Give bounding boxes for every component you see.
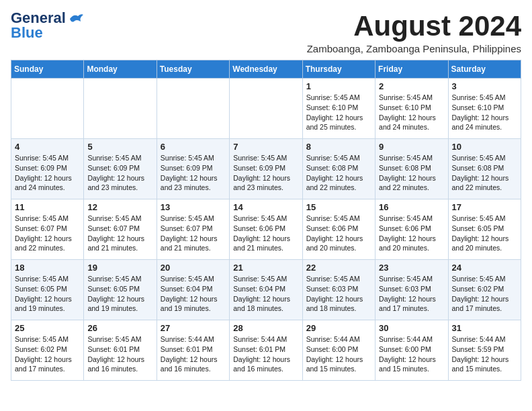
day-info: Sunrise: 5:45 AM Sunset: 6:03 PM Dayligh… bbox=[306, 274, 371, 314]
week-row-3: 11Sunrise: 5:45 AM Sunset: 6:07 PM Dayli… bbox=[11, 199, 521, 260]
day-info: Sunrise: 5:45 AM Sunset: 6:05 PM Dayligh… bbox=[87, 274, 152, 314]
day-info: Sunrise: 5:45 AM Sunset: 6:02 PM Dayligh… bbox=[15, 334, 80, 374]
day-number: 7 bbox=[233, 142, 298, 152]
day-number: 4 bbox=[15, 142, 80, 152]
day-info: Sunrise: 5:45 AM Sunset: 6:07 PM Dayligh… bbox=[161, 214, 226, 253]
week-row-4: 18Sunrise: 5:45 AM Sunset: 6:05 PM Dayli… bbox=[11, 260, 521, 320]
day-number: 9 bbox=[379, 142, 444, 152]
title-area: August 2024 Zamboanga, Zamboanga Peninsu… bbox=[307, 11, 521, 54]
day-number: 17 bbox=[452, 202, 517, 212]
weekday-monday: Monday bbox=[84, 60, 157, 79]
day-info: Sunrise: 5:44 AM Sunset: 5:59 PM Dayligh… bbox=[452, 334, 517, 374]
calendar-cell: 17Sunrise: 5:45 AM Sunset: 6:05 PM Dayli… bbox=[448, 199, 521, 260]
calendar-body: 1Sunrise: 5:45 AM Sunset: 6:10 PM Daylig… bbox=[11, 79, 521, 381]
day-number: 1 bbox=[306, 81, 371, 91]
calendar-cell: 12Sunrise: 5:45 AM Sunset: 6:07 PM Dayli… bbox=[84, 199, 157, 260]
day-info: Sunrise: 5:45 AM Sunset: 6:10 PM Dayligh… bbox=[306, 93, 371, 132]
day-info: Sunrise: 5:45 AM Sunset: 6:04 PM Dayligh… bbox=[233, 274, 298, 314]
day-info: Sunrise: 5:45 AM Sunset: 6:06 PM Dayligh… bbox=[306, 214, 371, 253]
day-info: Sunrise: 5:45 AM Sunset: 6:06 PM Dayligh… bbox=[233, 214, 298, 253]
day-info: Sunrise: 5:45 AM Sunset: 6:03 PM Dayligh… bbox=[379, 274, 444, 314]
day-info: Sunrise: 5:44 AM Sunset: 6:01 PM Dayligh… bbox=[233, 334, 298, 374]
day-info: Sunrise: 5:45 AM Sunset: 6:09 PM Dayligh… bbox=[15, 153, 80, 193]
day-info: Sunrise: 5:45 AM Sunset: 6:09 PM Dayligh… bbox=[161, 153, 226, 193]
day-info: Sunrise: 5:44 AM Sunset: 6:00 PM Dayligh… bbox=[306, 334, 371, 374]
calendar-cell: 7Sunrise: 5:45 AM Sunset: 6:09 PM Daylig… bbox=[230, 139, 302, 199]
day-number: 18 bbox=[15, 263, 80, 273]
day-number: 6 bbox=[161, 142, 226, 152]
logo-general: General bbox=[11, 11, 66, 26]
day-number: 15 bbox=[306, 202, 371, 212]
calendar-cell: 25Sunrise: 5:45 AM Sunset: 6:02 PM Dayli… bbox=[11, 320, 84, 381]
week-row-1: 1Sunrise: 5:45 AM Sunset: 6:10 PM Daylig… bbox=[11, 79, 521, 139]
day-number: 22 bbox=[306, 263, 371, 273]
weekday-thursday: Thursday bbox=[302, 60, 375, 79]
header: General Blue August 2024 Zamboanga, Zamb… bbox=[11, 11, 521, 54]
weekday-tuesday: Tuesday bbox=[157, 60, 229, 79]
logo: General Blue bbox=[11, 11, 83, 40]
day-info: Sunrise: 5:45 AM Sunset: 6:05 PM Dayligh… bbox=[15, 274, 80, 314]
day-number: 31 bbox=[452, 323, 517, 333]
calendar-cell: 20Sunrise: 5:45 AM Sunset: 6:04 PM Dayli… bbox=[157, 260, 229, 320]
day-number: 13 bbox=[161, 202, 226, 212]
day-number: 27 bbox=[161, 323, 226, 333]
day-info: Sunrise: 5:45 AM Sunset: 6:08 PM Dayligh… bbox=[306, 153, 371, 193]
day-number: 25 bbox=[15, 323, 80, 333]
day-number: 30 bbox=[379, 323, 444, 333]
day-info: Sunrise: 5:45 AM Sunset: 6:06 PM Dayligh… bbox=[379, 214, 444, 253]
weekday-header-row: SundayMondayTuesdayWednesdayThursdayFrid… bbox=[11, 60, 521, 79]
calendar-cell: 23Sunrise: 5:45 AM Sunset: 6:03 PM Dayli… bbox=[375, 260, 448, 320]
logo-blue: Blue bbox=[11, 26, 43, 40]
calendar-cell: 6Sunrise: 5:45 AM Sunset: 6:09 PM Daylig… bbox=[157, 139, 229, 199]
calendar-cell: 11Sunrise: 5:45 AM Sunset: 6:07 PM Dayli… bbox=[11, 199, 84, 260]
day-info: Sunrise: 5:45 AM Sunset: 6:02 PM Dayligh… bbox=[452, 274, 517, 314]
logo-bird-icon bbox=[69, 12, 83, 24]
day-info: Sunrise: 5:44 AM Sunset: 6:00 PM Dayligh… bbox=[379, 334, 444, 374]
calendar-cell: 1Sunrise: 5:45 AM Sunset: 6:10 PM Daylig… bbox=[302, 79, 375, 139]
day-number: 11 bbox=[15, 202, 80, 212]
calendar-cell: 31Sunrise: 5:44 AM Sunset: 5:59 PM Dayli… bbox=[448, 320, 521, 381]
calendar-cell bbox=[11, 79, 84, 139]
calendar-cell: 15Sunrise: 5:45 AM Sunset: 6:06 PM Dayli… bbox=[302, 199, 375, 260]
calendar-cell: 10Sunrise: 5:45 AM Sunset: 6:08 PM Dayli… bbox=[448, 139, 521, 199]
day-info: Sunrise: 5:45 AM Sunset: 6:05 PM Dayligh… bbox=[452, 214, 517, 253]
day-number: 21 bbox=[233, 263, 298, 273]
day-number: 3 bbox=[452, 81, 517, 91]
day-number: 20 bbox=[161, 263, 226, 273]
day-info: Sunrise: 5:45 AM Sunset: 6:08 PM Dayligh… bbox=[452, 153, 517, 193]
calendar-cell: 5Sunrise: 5:45 AM Sunset: 6:09 PM Daylig… bbox=[84, 139, 157, 199]
day-info: Sunrise: 5:45 AM Sunset: 6:09 PM Dayligh… bbox=[233, 153, 298, 193]
weekday-saturday: Saturday bbox=[448, 60, 521, 79]
calendar-cell: 27Sunrise: 5:44 AM Sunset: 6:01 PM Dayli… bbox=[157, 320, 229, 381]
calendar-cell: 26Sunrise: 5:45 AM Sunset: 6:01 PM Dayli… bbox=[84, 320, 157, 381]
calendar-cell: 30Sunrise: 5:44 AM Sunset: 6:00 PM Dayli… bbox=[375, 320, 448, 381]
calendar-cell: 9Sunrise: 5:45 AM Sunset: 6:08 PM Daylig… bbox=[375, 139, 448, 199]
day-number: 28 bbox=[233, 323, 298, 333]
calendar-cell: 18Sunrise: 5:45 AM Sunset: 6:05 PM Dayli… bbox=[11, 260, 84, 320]
calendar-cell bbox=[230, 79, 302, 139]
week-row-5: 25Sunrise: 5:45 AM Sunset: 6:02 PM Dayli… bbox=[11, 320, 521, 381]
month-year-title: August 2024 bbox=[307, 11, 521, 42]
calendar-cell: 28Sunrise: 5:44 AM Sunset: 6:01 PM Dayli… bbox=[230, 320, 302, 381]
day-number: 16 bbox=[379, 202, 444, 212]
day-number: 10 bbox=[452, 142, 517, 152]
calendar-cell: 13Sunrise: 5:45 AM Sunset: 6:07 PM Dayli… bbox=[157, 199, 229, 260]
day-info: Sunrise: 5:45 AM Sunset: 6:10 PM Dayligh… bbox=[379, 93, 444, 132]
calendar-cell bbox=[84, 79, 157, 139]
week-row-2: 4Sunrise: 5:45 AM Sunset: 6:09 PM Daylig… bbox=[11, 139, 521, 199]
day-number: 24 bbox=[452, 263, 517, 273]
day-number: 2 bbox=[379, 81, 444, 91]
day-info: Sunrise: 5:45 AM Sunset: 6:04 PM Dayligh… bbox=[161, 274, 226, 314]
calendar-cell: 14Sunrise: 5:45 AM Sunset: 6:06 PM Dayli… bbox=[230, 199, 302, 260]
calendar-cell: 21Sunrise: 5:45 AM Sunset: 6:04 PM Dayli… bbox=[230, 260, 302, 320]
day-number: 29 bbox=[306, 323, 371, 333]
weekday-friday: Friday bbox=[375, 60, 448, 79]
calendar-cell: 8Sunrise: 5:45 AM Sunset: 6:08 PM Daylig… bbox=[302, 139, 375, 199]
calendar-cell: 29Sunrise: 5:44 AM Sunset: 6:00 PM Dayli… bbox=[302, 320, 375, 381]
day-info: Sunrise: 5:45 AM Sunset: 6:07 PM Dayligh… bbox=[87, 214, 152, 253]
day-info: Sunrise: 5:45 AM Sunset: 6:10 PM Dayligh… bbox=[452, 93, 517, 132]
calendar-cell: 3Sunrise: 5:45 AM Sunset: 6:10 PM Daylig… bbox=[448, 79, 521, 139]
calendar-cell: 19Sunrise: 5:45 AM Sunset: 6:05 PM Dayli… bbox=[84, 260, 157, 320]
calendar-cell: 16Sunrise: 5:45 AM Sunset: 6:06 PM Dayli… bbox=[375, 199, 448, 260]
day-info: Sunrise: 5:45 AM Sunset: 6:01 PM Dayligh… bbox=[87, 334, 152, 374]
